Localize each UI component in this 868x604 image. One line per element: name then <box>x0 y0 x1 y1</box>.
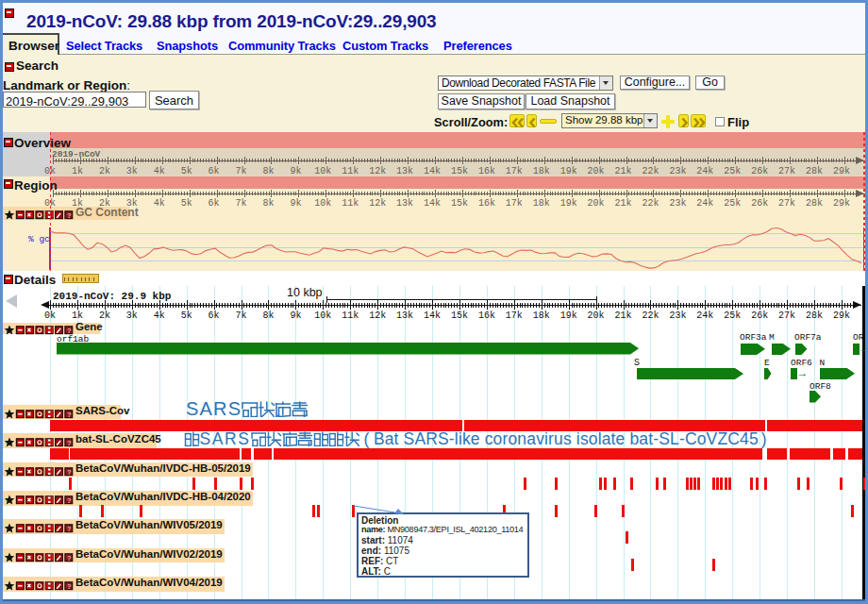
svg-text:?: ? <box>67 582 72 591</box>
svg-text:?: ? <box>67 525 72 533</box>
svg-text:?: ? <box>67 411 72 419</box>
svg-text:?: ? <box>67 468 72 477</box>
svg-text:?: ? <box>67 496 72 505</box>
svg-text:?: ? <box>67 439 72 447</box>
svg-text:?: ? <box>67 554 72 562</box>
